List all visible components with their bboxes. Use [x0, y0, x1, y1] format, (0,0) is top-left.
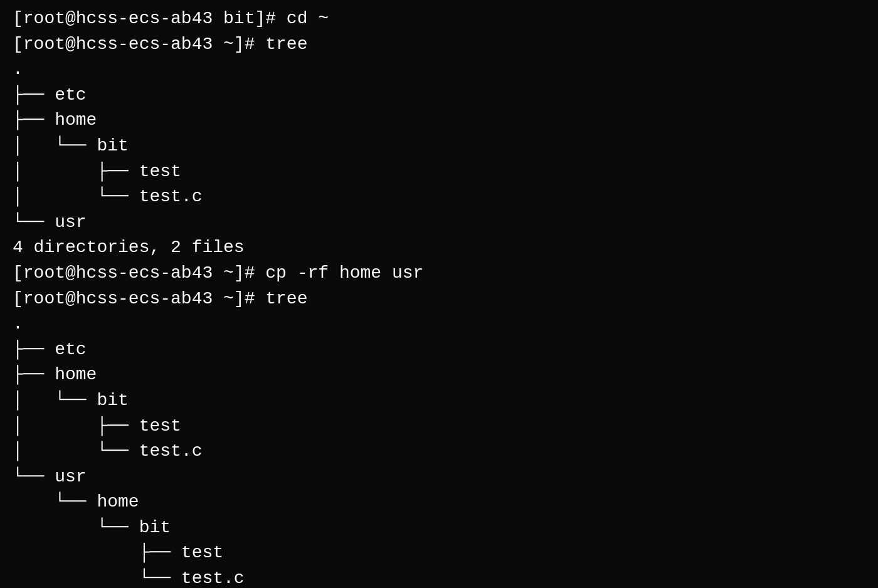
terminal-line: . — [13, 312, 865, 337]
terminal-line: ├── etc — [13, 83, 865, 108]
terminal-line: . — [13, 57, 865, 83]
terminal-line: 4 directories, 2 files — [13, 235, 865, 261]
terminal-line: └── usr — [13, 210, 865, 236]
terminal-line: │ ├── test — [13, 414, 865, 439]
terminal-line: ├── home — [13, 108, 865, 134]
terminal-line: [root@hcss-ecs-ab43 ~]# cp -rf home usr — [13, 261, 865, 286]
terminal-line: [root@hcss-ecs-ab43 ~]# tree — [13, 32, 865, 58]
terminal-window[interactable]: [root@hcss-ecs-ab43 bit]# cd ~ [root@hcs… — [0, 0, 878, 588]
terminal-line: │ └── bit — [13, 388, 865, 414]
terminal-line: └── usr — [13, 465, 865, 490]
terminal-line: ├── test — [13, 540, 865, 566]
terminal-line: [root@hcss-ecs-ab43 bit]# cd ~ — [13, 6, 865, 32]
terminal-line: │ └── test.c — [13, 439, 865, 465]
terminal-line: [root@hcss-ecs-ab43 ~]# tree — [13, 286, 865, 312]
terminal-line: │ ├── test — [13, 159, 865, 185]
terminal-line: │ └── bit — [13, 134, 865, 159]
terminal-line: └── test.c — [13, 566, 865, 588]
terminal-line: └── bit — [13, 515, 865, 541]
terminal-line: │ └── test.c — [13, 184, 865, 210]
terminal-line: ├── etc — [13, 337, 865, 363]
terminal-line: └── home — [13, 490, 865, 515]
terminal-line: ├── home — [13, 362, 865, 388]
